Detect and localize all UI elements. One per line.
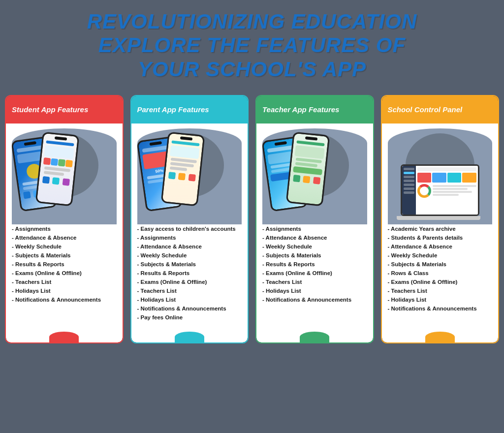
list-item: Notifications & Announcements: [12, 295, 117, 304]
list-item: Attendance & Absence: [388, 242, 493, 251]
list-item: Teachers List: [12, 278, 117, 286]
list-item: Results & Reports: [137, 269, 242, 278]
list-item: Teachers List: [388, 286, 493, 295]
list-item: Results & Reports: [12, 260, 117, 269]
school-header: School Control Panel: [382, 96, 499, 124]
teacher-header: Teacher App Features: [256, 96, 373, 124]
school-body: Academic Years archive Students & Parent…: [382, 124, 499, 332]
teacher-footer: [256, 332, 373, 342]
list-item: Academic Years archive: [388, 224, 493, 233]
list-item: Easy access to children's accounts: [137, 224, 242, 233]
column-parent: Parent App Features 50%: [130, 95, 249, 343]
list-item: Notifications & Announcements: [388, 304, 493, 313]
list-item: Pay fees Online: [137, 313, 242, 322]
list-item: Exams (Online & Offline): [262, 269, 367, 278]
student-features-list: Assignments Attendance & Absence Weekly …: [12, 224, 117, 304]
list-item: Weekly Schedule: [137, 251, 242, 260]
list-item: Exams (Online & Offline): [12, 269, 117, 278]
list-item: Subjects & Materials: [262, 251, 367, 260]
list-item: Subjects & Materials: [137, 260, 242, 269]
list-item: Weekly Schedule: [12, 242, 117, 251]
list-item: Weekly Schedule: [388, 251, 493, 260]
list-item: Holidays List: [137, 295, 242, 304]
school-features-list: Academic Years archive Students & Parent…: [388, 224, 493, 313]
list-item: Results & Reports: [262, 260, 367, 269]
list-item: Students & Parents details: [388, 233, 493, 242]
list-item: Assignments: [137, 233, 242, 242]
school-footer: [382, 332, 499, 342]
list-item: Holidays List: [12, 286, 117, 295]
student-footer: [6, 332, 123, 342]
list-item: Exams (Online & Offline): [137, 278, 242, 286]
parent-features-list: Easy access to children's accounts Assig…: [137, 224, 242, 322]
student-body: Assignments Attendance & Absence Weekly …: [6, 124, 123, 332]
list-item: Attendance & Absence: [12, 233, 117, 242]
main-title: REVOLUTIONIZING EDUCATION EXPLORE THE FE…: [87, 10, 417, 81]
list-item: Rows & Class: [388, 269, 493, 278]
student-header: Student App Features: [6, 96, 123, 124]
column-student: Student App Features: [5, 95, 124, 343]
column-teacher: Teacher App Features: [255, 95, 374, 343]
list-item: Assignments: [12, 224, 117, 233]
parent-header: Parent App Features: [131, 96, 248, 124]
parent-body: 50%: [131, 124, 248, 332]
list-item: Subjects & Materials: [388, 260, 493, 269]
list-item: Weekly Schedule: [262, 242, 367, 251]
list-item: Teachers List: [262, 278, 367, 286]
columns-container: Student App Features: [5, 95, 499, 343]
teacher-body: Assignments Attendance & Absence Weekly …: [256, 124, 373, 332]
list-item: Attendance & Absence: [262, 233, 367, 242]
list-item: Subjects & Materials: [12, 251, 117, 260]
parent-footer: [131, 332, 248, 342]
list-item: Holidays List: [262, 286, 367, 295]
list-item: Exams (Online & Offline): [388, 278, 493, 286]
list-item: Assignments: [262, 224, 367, 233]
list-item: Notifications & Announcements: [137, 304, 242, 313]
list-item: Teachers List: [137, 286, 242, 295]
list-item: Attendance & Absence: [137, 242, 242, 251]
teacher-features-list: Assignments Attendance & Absence Weekly …: [262, 224, 367, 304]
column-school: School Control Panel: [381, 95, 500, 343]
list-item: Notifications & Announcements: [262, 295, 367, 304]
list-item: Holidays List: [388, 295, 493, 304]
